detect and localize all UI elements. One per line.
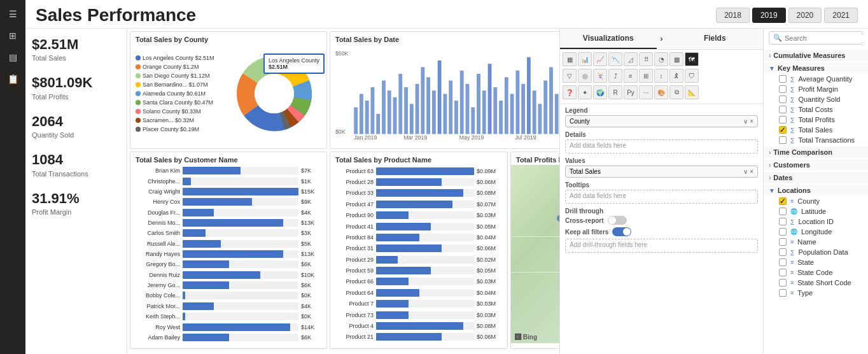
viz-icon-area[interactable]: ◿ <box>624 52 638 66</box>
field-item-1-3[interactable]: ∑Total Costs <box>764 104 868 115</box>
field-checkbox-5-2[interactable] <box>779 218 787 225</box>
field-checkbox-5-3[interactable] <box>779 228 787 236</box>
legend-chevron: ∨ × <box>743 118 753 125</box>
field-checkbox-5-4[interactable] <box>779 238 787 246</box>
viz-icon-filter-pane[interactable]: ⧉ <box>669 85 683 99</box>
field-checkbox-1-3[interactable] <box>779 106 787 113</box>
viz-icon-line[interactable]: 📉 <box>608 52 622 66</box>
viz-icon-pie[interactable]: ◔ <box>654 52 668 66</box>
field-item-5-2[interactable]: ∑Location ID <box>764 216 868 227</box>
product-fill-14 <box>376 322 463 330</box>
field-icon-1-2: ∑ <box>790 96 794 103</box>
field-item-5-9[interactable]: ≡Type <box>764 288 868 298</box>
field-checkbox-5-1[interactable] <box>779 208 787 215</box>
sidebar-icon-grid[interactable]: ⊞ <box>4 27 22 45</box>
field-item-5-1[interactable]: 🌐Latitude <box>764 206 868 216</box>
viz-icon-bar[interactable]: 📊 <box>578 52 592 66</box>
viz-icon-arcgis[interactable]: 🌍 <box>593 85 607 99</box>
field-checkbox-5-7[interactable] <box>779 269 787 276</box>
product-bar-row-8: Product 29 $0.02M <box>335 255 502 264</box>
keepfilters-toggle[interactable] <box>612 227 631 236</box>
product-val-2: $0.08M <box>477 190 502 196</box>
field-item-5-3[interactable]: 🌐Longitude <box>764 227 868 237</box>
field-item-5-8[interactable]: ≡State Short Code <box>764 278 868 288</box>
drillthrough-field[interactable]: Add drill-through fields here <box>565 239 758 253</box>
sidebar-icon-list[interactable]: ▤ <box>4 48 22 66</box>
search-input[interactable] <box>785 34 868 42</box>
field-group-header-5[interactable]: ▼Locations <box>764 185 868 196</box>
tab-visualizations[interactable]: Visualizations <box>560 29 657 49</box>
field-item-1-4[interactable]: ∑Total Profits <box>764 115 868 125</box>
details-field[interactable]: Add data fields here <box>565 139 758 153</box>
viz-icon-table[interactable]: ▦ <box>563 52 577 66</box>
svg-text:Mar 2019: Mar 2019 <box>403 134 427 141</box>
product-fill-4 <box>376 211 409 219</box>
field-item-1-6[interactable]: ∑Total Transactions <box>764 135 868 145</box>
viz-icon-slicer[interactable]: ≡ <box>624 69 638 83</box>
product-track-9 <box>376 267 474 274</box>
field-checkbox-1-2[interactable] <box>779 96 787 103</box>
viz-icon-kpi[interactable]: ⤴ <box>608 69 622 83</box>
field-checkbox-1-4[interactable] <box>779 116 787 124</box>
viz-icon-ribbon[interactable]: 🎗 <box>669 69 683 83</box>
viz-icon-python[interactable]: Py <box>624 85 638 99</box>
viz-icon-scatter[interactable]: ⠿ <box>639 52 653 66</box>
field-group-header-0[interactable]: ›Cumulative Measures <box>764 50 868 61</box>
viz-icon-format[interactable]: 🎨 <box>654 85 668 99</box>
sidebar-icon-doc[interactable]: 📋 <box>4 70 22 88</box>
field-group-header-1[interactable]: ▼Key Measures <box>764 62 868 74</box>
field-item-1-0[interactable]: ∑Average Quantity <box>764 74 868 84</box>
tab-fields[interactable]: Fields <box>667 29 764 49</box>
field-checkbox-5-6[interactable] <box>779 258 787 266</box>
viz-icon-map[interactable]: 🗺 <box>685 52 699 66</box>
field-checkbox-5-8[interactable] <box>779 279 787 287</box>
product-bar-row-15: Product 21 $0.06M <box>335 332 502 342</box>
tooltips-field[interactable]: Add data fields here <box>565 190 758 204</box>
panel-nav-arrow[interactable]: › <box>657 29 667 49</box>
year-btn-2021[interactable]: 2021 <box>824 8 858 23</box>
year-btn-2020[interactable]: 2020 <box>788 8 822 23</box>
field-item-1-5[interactable]: ✓∑Total Sales <box>764 125 868 135</box>
field-item-1-2[interactable]: ∑Quantity Sold <box>764 94 868 104</box>
viz-icon-qa[interactable]: ❓ <box>563 85 577 99</box>
viz-icon-waterfall[interactable]: ↕ <box>654 69 668 83</box>
sidebar-icon-menu[interactable]: ☰ <box>4 5 22 23</box>
field-group-header-3[interactable]: ›Customers <box>764 159 868 171</box>
field-checkbox-1-6[interactable] <box>779 136 787 144</box>
customer-fill-13 <box>183 302 214 310</box>
viz-icon-funnel[interactable]: ▽ <box>563 69 577 83</box>
field-checkbox-1-0[interactable] <box>779 75 787 83</box>
field-item-1-1[interactable]: ∑Profit Margin <box>764 84 868 94</box>
field-checkbox-5-5[interactable] <box>779 248 787 256</box>
product-bar-row-9: Product 59 $0.05M <box>335 266 502 275</box>
field-item-5-5[interactable]: ∑Population Data <box>764 247 868 257</box>
viz-row-4: 🎨 ⧉ 📐 <box>654 85 699 99</box>
map-chart-title: Total Profits by Store Location <box>511 152 559 165</box>
viz-icon-smart[interactable]: ✦ <box>578 85 592 99</box>
field-checkbox-5-9[interactable] <box>779 289 787 297</box>
viz-icon-matrix[interactable]: ⊞ <box>639 69 653 83</box>
field-checkbox-5-0[interactable]: ✓ <box>779 197 787 205</box>
svg-rect-18 <box>382 81 386 134</box>
viz-icon-treemap[interactable]: ▩ <box>669 52 683 66</box>
field-item-5-0[interactable]: ✓≡County <box>764 196 868 206</box>
viz-icon-decomp[interactable]: ⛉ <box>685 69 699 83</box>
field-group-header-4[interactable]: ›Dates <box>764 172 868 183</box>
search-box[interactable]: 🔍 <box>769 31 863 45</box>
viz-icon-column[interactable]: 📈 <box>593 52 607 66</box>
viz-icon-more[interactable]: ··· <box>639 85 653 99</box>
viz-icon-r[interactable]: R <box>608 85 622 99</box>
field-item-5-6[interactable]: ≡State <box>764 257 868 267</box>
field-item-5-4[interactable]: ≡Name <box>764 237 868 247</box>
viz-icon-gauge[interactable]: ◎ <box>578 69 592 83</box>
viz-icon-card[interactable]: 🃏 <box>593 69 607 83</box>
viz-icon-analytics[interactable]: 📐 <box>685 85 699 99</box>
field-checkbox-1-1[interactable] <box>779 85 787 93</box>
svg-rect-41 <box>510 94 514 134</box>
year-btn-2018[interactable]: 2018 <box>716 8 750 23</box>
field-checkbox-1-5[interactable]: ✓ <box>779 126 787 134</box>
crossreport-toggle[interactable] <box>608 216 627 225</box>
year-btn-2019[interactable]: 2019 <box>752 8 786 23</box>
field-group-header-2[interactable]: ›Time Comparison <box>764 146 868 158</box>
field-item-5-7[interactable]: ≡State Code <box>764 267 868 278</box>
